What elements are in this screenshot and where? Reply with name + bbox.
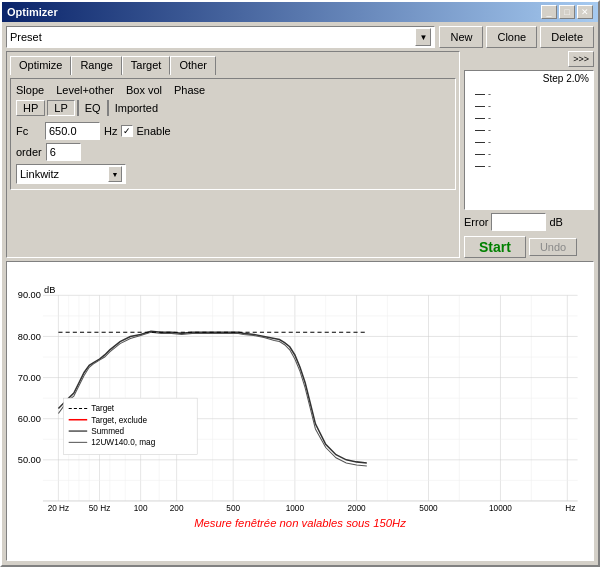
step-line: - — [475, 161, 589, 171]
step-line: - — [475, 101, 589, 111]
step-line: - — [475, 113, 589, 123]
enable-checkbox-row: ✓ Enable — [121, 125, 170, 137]
window-title: Optimizer — [7, 6, 58, 18]
level-other-label: Level+other — [56, 84, 114, 96]
fc-label: Fc — [16, 125, 41, 137]
title-bar: Optimizer _ □ ✕ — [2, 2, 598, 22]
eq-label: EQ — [81, 102, 105, 114]
lp-button[interactable]: LP — [47, 100, 74, 116]
svg-text:1000: 1000 — [286, 504, 305, 513]
delete-button[interactable]: Delete — [540, 26, 594, 48]
optimizer-window: Optimizer _ □ ✕ Preset ▼ New Clone Delet… — [0, 0, 600, 567]
svg-text:100: 100 — [134, 504, 148, 513]
content-area: Preset ▼ New Clone Delete Optimize — [2, 22, 598, 565]
svg-text:Hz: Hz — [565, 504, 575, 513]
svg-text:80.00: 80.00 — [18, 332, 41, 342]
preset-value: Preset — [10, 31, 42, 43]
type-dropdown-row: Linkwitz ▼ — [16, 164, 450, 184]
tab-content: Slope Level+other Box vol Phase HP LP EQ… — [10, 78, 456, 190]
svg-text:12UW140.0, mag: 12UW140.0, mag — [91, 438, 155, 447]
order-input[interactable] — [46, 143, 81, 161]
title-controls: _ □ ✕ — [541, 5, 593, 19]
enable-label: Enable — [136, 125, 170, 137]
fc-row: Fc Hz ✓ Enable — [16, 122, 450, 140]
tab-optimize[interactable]: Optimize — [10, 56, 71, 75]
svg-text:10000: 10000 — [489, 504, 512, 513]
slope-label: Slope — [16, 84, 44, 96]
step-line: - — [475, 137, 589, 147]
svg-text:2000: 2000 — [347, 504, 366, 513]
svg-text:90.00: 90.00 — [18, 290, 41, 300]
chart-area: 90.00 80.00 70.00 60.00 50.00 dB 20 Hz 5… — [6, 261, 594, 561]
svg-text:dB: dB — [44, 285, 55, 295]
order-row: order — [16, 143, 450, 161]
step-label: Step 2.0% — [543, 73, 589, 84]
start-button[interactable]: Start — [464, 236, 526, 258]
clone-button[interactable]: Clone — [486, 26, 537, 48]
step-line: - — [475, 149, 589, 159]
svg-text:60.00: 60.00 — [18, 414, 41, 424]
frequency-chart: 90.00 80.00 70.00 60.00 50.00 dB 20 Hz 5… — [7, 262, 593, 560]
step-line: - — [475, 125, 589, 135]
type-dropdown[interactable]: Linkwitz ▼ — [16, 164, 126, 184]
filter-mode-row: HP LP EQ Imported — [16, 100, 450, 116]
left-panel: Optimize Range Target Other — [6, 51, 460, 258]
filter-type-row: Slope Level+other Box vol Phase — [16, 84, 450, 96]
preset-dropdown-arrow[interactable]: ▼ — [415, 28, 431, 46]
svg-text:Target: Target — [91, 405, 115, 414]
right-panel: >>> Step 2.0% - - - - - - - — [464, 51, 594, 258]
tab-bar: Optimize Range Target Other — [10, 55, 456, 74]
action-row: Start Undo — [464, 236, 594, 258]
tab-range[interactable]: Range — [71, 56, 121, 75]
error-input[interactable] — [491, 213, 546, 231]
svg-text:Summed: Summed — [91, 427, 124, 436]
fc-input[interactable] — [45, 122, 100, 140]
svg-text:50.00: 50.00 — [18, 455, 41, 465]
step-area: Step 2.0% - - - - - - - — [464, 70, 594, 210]
svg-text:500: 500 — [226, 504, 240, 513]
step-lines: - - - - - - - — [475, 89, 589, 205]
step-line: - — [475, 89, 589, 99]
svg-text:50 Hz: 50 Hz — [89, 504, 110, 513]
error-label: Error — [464, 216, 488, 228]
hz-unit: Hz — [104, 125, 117, 137]
tab-other[interactable]: Other — [170, 56, 216, 75]
more-row: >>> — [464, 51, 594, 67]
more-button[interactable]: >>> — [568, 51, 594, 67]
svg-text:200: 200 — [170, 504, 184, 513]
error-row: Error dB — [464, 213, 594, 231]
new-button[interactable]: New — [439, 26, 483, 48]
minimize-button[interactable]: _ — [541, 5, 557, 19]
svg-text:5000: 5000 — [419, 504, 438, 513]
order-label: order — [16, 146, 42, 158]
type-dropdown-arrow[interactable]: ▼ — [108, 166, 122, 182]
error-unit: dB — [549, 216, 562, 228]
imported-label: Imported — [111, 102, 162, 114]
hp-button[interactable]: HP — [16, 100, 45, 116]
svg-text:70.00: 70.00 — [18, 373, 41, 383]
tab-target[interactable]: Target — [122, 56, 171, 75]
close-button[interactable]: ✕ — [577, 5, 593, 19]
top-buttons: New Clone Delete — [439, 26, 594, 48]
undo-button[interactable]: Undo — [529, 238, 577, 256]
phase-label: Phase — [174, 84, 205, 96]
main-area: Optimize Range Target Other — [6, 51, 594, 258]
box-vol-label: Box vol — [126, 84, 162, 96]
top-row: Preset ▼ New Clone Delete — [6, 26, 594, 48]
svg-text:Target, exclude: Target, exclude — [91, 416, 147, 425]
enable-checkbox[interactable]: ✓ — [121, 125, 133, 137]
preset-combo[interactable]: Preset ▼ — [6, 26, 435, 48]
type-value: Linkwitz — [20, 168, 59, 180]
svg-text:20 Hz: 20 Hz — [48, 504, 69, 513]
svg-text:Mesure fenêtrée non valables s: Mesure fenêtrée non valables sous 150Hz — [194, 517, 406, 529]
maximize-button[interactable]: □ — [559, 5, 575, 19]
